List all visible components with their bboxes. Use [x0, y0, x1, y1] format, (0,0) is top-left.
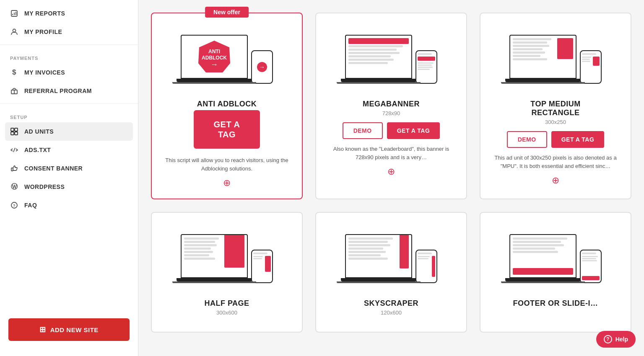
expand-button-tmr[interactable]: ⊕: [552, 175, 559, 186]
card-title: HALF PAGE: [204, 299, 249, 308]
svg-rect-8: [11, 128, 14, 131]
sidebar-item-faq[interactable]: ? FAQ: [0, 196, 138, 214]
laptop-mockup: ANTI ADBLOCK →: [181, 35, 248, 84]
sidebar-item-label: ADS.TXT: [24, 147, 51, 153]
phone-mockup-tmr: [580, 50, 602, 84]
card-megabanner: MEGABANNER 728x90 DEMO GET A TAG Also kn…: [315, 13, 467, 199]
sidebar-item-consent-banner[interactable]: CONSENT BANNER: [0, 159, 138, 178]
svg-text:ADBLOCK: ADBLOCK: [202, 55, 227, 61]
sidebar-item-label: AD UNITS: [24, 128, 54, 135]
help-icon: ?: [604, 335, 612, 343]
svg-point-4: [13, 29, 16, 32]
footer-slide-in-image: [491, 223, 621, 294]
help-button[interactable]: ? Help: [596, 331, 636, 348]
card-footer-slide-in: FOOTER or SLIDE-I…: [480, 212, 631, 333]
sidebar-item-my-reports[interactable]: MY REPORTS: [0, 4, 138, 23]
svg-text:→: →: [210, 60, 218, 69]
phone-mockup-mega: [415, 50, 437, 84]
laptop-mockup-sky: [345, 234, 412, 283]
svg-text:?: ?: [13, 204, 16, 208]
card-half-page: HALF PAGE 300x600: [151, 212, 303, 333]
svg-text:ANTI: ANTI: [208, 49, 220, 54]
sidebar-item-my-invoices[interactable]: $ MY INVOICES: [0, 63, 138, 82]
sidebar-item-label: MY PROFILE: [24, 28, 62, 35]
svg-rect-10: [11, 132, 14, 135]
skyscraper-image: [326, 223, 456, 294]
anti-adblock-image: ANTI ADBLOCK → →: [162, 23, 292, 95]
demo-button-megabanner[interactable]: DEMO: [343, 122, 383, 139]
card-title: SKYSCRAPER: [364, 299, 418, 308]
svg-rect-13: [11, 168, 13, 171]
add-new-site-button[interactable]: ⊞ ADD NEW SITE: [8, 318, 130, 341]
svg-line-12: [13, 148, 15, 152]
card-buttons-mega: DEMO GET A TAG: [343, 122, 440, 139]
faq-icon: ?: [10, 201, 18, 209]
thumbsup-icon: [10, 164, 18, 173]
sidebar-item-label: MY REPORTS: [24, 10, 65, 17]
card-title: MEGABANNER: [363, 100, 420, 108]
wordpress-icon: Ⓦ: [10, 183, 18, 191]
half-page-image: [162, 223, 292, 294]
card-desc: Also known as the "Leaderboard", this ba…: [326, 145, 456, 161]
svg-rect-11: [15, 132, 18, 135]
megabanner-image: [326, 23, 456, 95]
card-title: TOP MEDIUM RECTANGLE: [530, 100, 580, 117]
sidebar-item-label: WORDPRESS: [24, 183, 65, 190]
sidebar: MY REPORTS MY PROFILE PAYMENTS $ MY INVO…: [0, 0, 138, 356]
sidebar-item-label: REFERRAL PROGRAM: [24, 88, 92, 94]
demo-button-tmr[interactable]: DEMO: [507, 131, 547, 148]
get-tag-button-megabanner[interactable]: GET A TAG: [387, 122, 440, 139]
sidebar-item-referral-program[interactable]: REFERRAL PROGRAM: [0, 82, 138, 100]
sidebar-divider-2: [0, 103, 138, 104]
top-medium-rectangle-image: [491, 23, 621, 95]
expand-button-anti-adblock[interactable]: ⊕: [223, 178, 231, 188]
phone-mockup-footer: [580, 250, 602, 283]
sidebar-section-payments: PAYMENTS: [0, 48, 138, 63]
card-title: FOOTER or SLIDE-I…: [513, 299, 598, 308]
laptop-mockup-tmr: [509, 35, 576, 84]
sidebar-item-my-profile[interactable]: MY PROFILE: [0, 23, 138, 41]
laptop-mockup-half: [181, 234, 248, 283]
laptop-mockup-mega: [345, 35, 412, 84]
card-title: ANTI ADBLOCK: [197, 100, 257, 108]
card-size: 300x250: [545, 119, 566, 125]
sidebar-divider: [0, 44, 138, 45]
sidebar-item-ads-txt[interactable]: ADS.TXT: [0, 141, 138, 159]
card-desc: This script will allow you to reach visi…: [162, 156, 292, 173]
code-icon: [10, 146, 18, 154]
card-buttons-tmr: DEMO GET A TAG: [507, 131, 605, 148]
new-offer-badge: New offer: [205, 7, 249, 18]
gift-icon: [10, 87, 18, 95]
sidebar-item-label: FAQ: [24, 202, 37, 209]
sidebar-item-label: CONSENT BANNER: [24, 165, 83, 172]
svg-rect-9: [15, 128, 18, 131]
phone-mockup: →: [251, 50, 273, 84]
ad-units-icon: [10, 127, 18, 136]
plus-icon: ⊞: [39, 325, 46, 334]
laptop-mockup-footer: [509, 234, 576, 283]
invoices-icon: $: [10, 68, 18, 77]
card-size: 728x90: [382, 110, 400, 116]
sidebar-item-ad-units[interactable]: AD UNITS: [5, 122, 133, 141]
sidebar-item-label: MY INVOICES: [24, 69, 65, 76]
get-tag-button-tmr[interactable]: GET A TAG: [551, 131, 605, 148]
expand-button-megabanner[interactable]: ⊕: [387, 166, 395, 177]
ad-units-grid: New offer ANTI ADBLOCK →: [151, 13, 631, 333]
phone-mockup-half: [251, 250, 273, 283]
profile-icon: [10, 28, 18, 36]
card-desc: This ad unit of 300x250 pixels is also d…: [491, 154, 621, 170]
sidebar-item-wordpress[interactable]: Ⓦ WORDPRESS: [0, 178, 138, 196]
card-size: 300x600: [216, 310, 237, 316]
reports-icon: [10, 9, 18, 18]
phone-mockup-sky: [415, 250, 437, 283]
card-top-medium-rectangle: TOP MEDIUM RECTANGLE 300x250 DEMO GET A …: [480, 13, 631, 199]
sidebar-section-setup: SETUP: [0, 107, 138, 122]
add-new-site-label: ADD NEW SITE: [50, 326, 99, 333]
help-label: Help: [615, 336, 628, 343]
get-tag-button-anti-adblock[interactable]: GET ATAG: [194, 110, 260, 149]
main-content: New offer ANTI ADBLOCK →: [138, 0, 644, 356]
card-anti-adblock: New offer ANTI ADBLOCK →: [151, 13, 303, 199]
card-size: 120x600: [381, 310, 402, 316]
card-skyscraper: SKYSCRAPER 120x600: [315, 212, 467, 333]
